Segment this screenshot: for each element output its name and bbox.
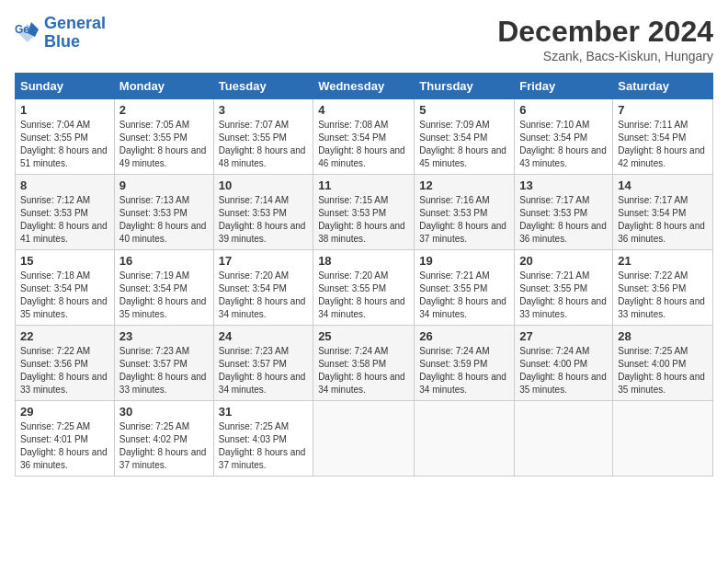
day-info: Sunrise: 7:25 AMSunset: 4:00 PMDaylight:… bbox=[618, 345, 708, 396]
day-number: 4 bbox=[318, 103, 409, 117]
day-number: 3 bbox=[219, 103, 308, 117]
calendar-week-row: 1Sunrise: 7:04 AMSunset: 3:55 PMDaylight… bbox=[16, 99, 713, 175]
weekday-header-sunday: Sunday bbox=[16, 74, 115, 99]
calendar-cell bbox=[613, 401, 713, 477]
calendar-body: 1Sunrise: 7:04 AMSunset: 3:55 PMDaylight… bbox=[16, 99, 713, 477]
day-number: 17 bbox=[219, 254, 308, 268]
day-info: Sunrise: 7:08 AMSunset: 3:54 PMDaylight:… bbox=[318, 119, 409, 170]
weekday-header-friday: Friday bbox=[515, 74, 613, 99]
day-info: Sunrise: 7:22 AMSunset: 3:56 PMDaylight:… bbox=[20, 345, 109, 396]
title-area: December 2024 Szank, Bacs-Kiskun, Hungar… bbox=[497, 15, 713, 63]
calendar-cell: 8Sunrise: 7:12 AMSunset: 3:53 PMDaylight… bbox=[16, 175, 115, 250]
day-number: 20 bbox=[519, 254, 608, 268]
location-title: Szank, Bacs-Kiskun, Hungary bbox=[497, 49, 713, 63]
day-number: 1 bbox=[20, 103, 109, 117]
day-info: Sunrise: 7:09 AMSunset: 3:54 PMDaylight:… bbox=[419, 119, 509, 170]
calendar-cell: 12Sunrise: 7:16 AMSunset: 3:53 PMDayligh… bbox=[415, 175, 515, 250]
calendar-cell: 11Sunrise: 7:15 AMSunset: 3:53 PMDayligh… bbox=[313, 175, 415, 250]
day-info: Sunrise: 7:20 AMSunset: 3:55 PMDaylight:… bbox=[318, 270, 409, 321]
calendar-cell: 3Sunrise: 7:07 AMSunset: 3:55 PMDaylight… bbox=[213, 99, 313, 175]
weekday-header-thursday: Thursday bbox=[415, 74, 515, 99]
day-info: Sunrise: 7:18 AMSunset: 3:54 PMDaylight:… bbox=[20, 270, 109, 321]
day-info: Sunrise: 7:10 AMSunset: 3:54 PMDaylight:… bbox=[519, 119, 608, 170]
calendar-cell: 19Sunrise: 7:21 AMSunset: 3:55 PMDayligh… bbox=[415, 250, 515, 326]
calendar-cell: 20Sunrise: 7:21 AMSunset: 3:55 PMDayligh… bbox=[515, 250, 613, 326]
day-info: Sunrise: 7:19 AMSunset: 3:54 PMDaylight:… bbox=[119, 270, 209, 321]
day-number: 11 bbox=[318, 178, 409, 192]
day-number: 19 bbox=[419, 254, 509, 268]
day-info: Sunrise: 7:05 AMSunset: 3:55 PMDaylight:… bbox=[119, 119, 209, 170]
calendar-cell: 10Sunrise: 7:14 AMSunset: 3:53 PMDayligh… bbox=[213, 175, 313, 250]
day-number: 7 bbox=[618, 103, 708, 117]
day-number: 10 bbox=[219, 178, 308, 192]
day-info: Sunrise: 7:16 AMSunset: 3:53 PMDaylight:… bbox=[419, 194, 509, 246]
day-number: 22 bbox=[20, 329, 109, 343]
calendar-cell: 17Sunrise: 7:20 AMSunset: 3:54 PMDayligh… bbox=[213, 250, 313, 326]
logo-line1: General bbox=[44, 14, 106, 32]
calendar-cell: 31Sunrise: 7:25 AMSunset: 4:03 PMDayligh… bbox=[213, 401, 313, 477]
day-info: Sunrise: 7:12 AMSunset: 3:53 PMDaylight:… bbox=[20, 194, 109, 246]
calendar-cell: 6Sunrise: 7:10 AMSunset: 3:54 PMDaylight… bbox=[515, 99, 613, 175]
logo-text: General Blue bbox=[44, 15, 106, 52]
day-info: Sunrise: 7:07 AMSunset: 3:55 PMDaylight:… bbox=[219, 119, 308, 170]
day-info: Sunrise: 7:24 AMSunset: 3:58 PMDaylight:… bbox=[318, 345, 409, 396]
calendar-week-row: 8Sunrise: 7:12 AMSunset: 3:53 PMDaylight… bbox=[16, 175, 713, 250]
calendar-cell: 4Sunrise: 7:08 AMSunset: 3:54 PMDaylight… bbox=[313, 99, 415, 175]
calendar-cell bbox=[515, 401, 613, 477]
calendar-cell: 21Sunrise: 7:22 AMSunset: 3:56 PMDayligh… bbox=[613, 250, 713, 326]
logo: Gen General Blue bbox=[15, 15, 106, 52]
day-number: 12 bbox=[419, 178, 509, 192]
calendar-cell: 24Sunrise: 7:23 AMSunset: 3:57 PMDayligh… bbox=[213, 326, 313, 401]
day-info: Sunrise: 7:25 AMSunset: 4:03 PMDaylight:… bbox=[219, 420, 308, 472]
day-info: Sunrise: 7:17 AMSunset: 3:54 PMDaylight:… bbox=[618, 194, 708, 246]
calendar-cell: 7Sunrise: 7:11 AMSunset: 3:54 PMDaylight… bbox=[613, 99, 713, 175]
day-number: 31 bbox=[219, 405, 308, 419]
calendar-cell: 26Sunrise: 7:24 AMSunset: 3:59 PMDayligh… bbox=[415, 326, 515, 401]
day-number: 2 bbox=[119, 103, 209, 117]
calendar-cell: 5Sunrise: 7:09 AMSunset: 3:54 PMDaylight… bbox=[415, 99, 515, 175]
day-number: 30 bbox=[119, 405, 209, 419]
day-number: 5 bbox=[419, 103, 509, 117]
calendar-cell: 28Sunrise: 7:25 AMSunset: 4:00 PMDayligh… bbox=[613, 326, 713, 401]
calendar-cell: 25Sunrise: 7:24 AMSunset: 3:58 PMDayligh… bbox=[313, 326, 415, 401]
calendar-cell: 22Sunrise: 7:22 AMSunset: 3:56 PMDayligh… bbox=[16, 326, 115, 401]
day-info: Sunrise: 7:21 AMSunset: 3:55 PMDaylight:… bbox=[419, 270, 509, 321]
weekday-header-row: SundayMondayTuesdayWednesdayThursdayFrid… bbox=[16, 74, 713, 99]
day-info: Sunrise: 7:21 AMSunset: 3:55 PMDaylight:… bbox=[519, 270, 608, 321]
day-info: Sunrise: 7:04 AMSunset: 3:55 PMDaylight:… bbox=[20, 119, 109, 170]
calendar-week-row: 15Sunrise: 7:18 AMSunset: 3:54 PMDayligh… bbox=[16, 250, 713, 326]
day-info: Sunrise: 7:24 AMSunset: 3:59 PMDaylight:… bbox=[419, 345, 509, 396]
weekday-header-tuesday: Tuesday bbox=[213, 74, 313, 99]
day-number: 6 bbox=[519, 103, 608, 117]
month-title: December 2024 bbox=[497, 15, 713, 49]
calendar-cell: 14Sunrise: 7:17 AMSunset: 3:54 PMDayligh… bbox=[613, 175, 713, 250]
day-number: 29 bbox=[20, 405, 109, 419]
calendar-cell: 1Sunrise: 7:04 AMSunset: 3:55 PMDaylight… bbox=[16, 99, 115, 175]
day-number: 9 bbox=[119, 178, 209, 192]
day-info: Sunrise: 7:15 AMSunset: 3:53 PMDaylight:… bbox=[318, 194, 409, 246]
weekday-header-monday: Monday bbox=[114, 74, 213, 99]
day-info: Sunrise: 7:25 AMSunset: 4:01 PMDaylight:… bbox=[20, 420, 109, 472]
day-number: 27 bbox=[519, 329, 608, 343]
day-info: Sunrise: 7:13 AMSunset: 3:53 PMDaylight:… bbox=[119, 194, 209, 246]
calendar-week-row: 22Sunrise: 7:22 AMSunset: 3:56 PMDayligh… bbox=[16, 326, 713, 401]
day-number: 24 bbox=[219, 329, 308, 343]
calendar-cell: 13Sunrise: 7:17 AMSunset: 3:53 PMDayligh… bbox=[515, 175, 613, 250]
day-number: 15 bbox=[20, 254, 109, 268]
day-number: 18 bbox=[318, 254, 409, 268]
day-info: Sunrise: 7:11 AMSunset: 3:54 PMDaylight:… bbox=[618, 119, 708, 170]
day-info: Sunrise: 7:23 AMSunset: 3:57 PMDaylight:… bbox=[119, 345, 209, 396]
day-number: 21 bbox=[618, 254, 708, 268]
calendar-cell bbox=[313, 401, 415, 477]
day-number: 13 bbox=[519, 178, 608, 192]
day-info: Sunrise: 7:17 AMSunset: 3:53 PMDaylight:… bbox=[519, 194, 608, 246]
calendar-cell: 18Sunrise: 7:20 AMSunset: 3:55 PMDayligh… bbox=[313, 250, 415, 326]
day-number: 14 bbox=[618, 178, 708, 192]
logo-line2: Blue bbox=[44, 32, 80, 51]
day-info: Sunrise: 7:22 AMSunset: 3:56 PMDaylight:… bbox=[618, 270, 708, 321]
day-info: Sunrise: 7:20 AMSunset: 3:54 PMDaylight:… bbox=[219, 270, 308, 321]
day-number: 26 bbox=[419, 329, 509, 343]
calendar-cell: 15Sunrise: 7:18 AMSunset: 3:54 PMDayligh… bbox=[16, 250, 115, 326]
calendar-week-row: 29Sunrise: 7:25 AMSunset: 4:01 PMDayligh… bbox=[16, 401, 713, 477]
day-info: Sunrise: 7:24 AMSunset: 4:00 PMDaylight:… bbox=[519, 345, 608, 396]
